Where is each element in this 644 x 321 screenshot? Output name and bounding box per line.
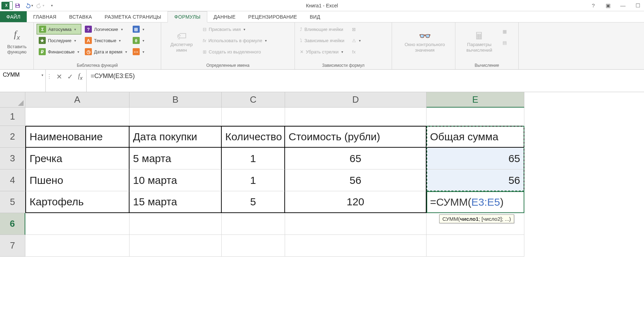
cell[interactable]: 56 [427,169,524,191]
define-name-button[interactable]: ⊟Присвоить имя▾ [201,24,269,34]
cell[interactable] [285,235,427,257]
cell[interactable]: 5 марта [130,148,222,169]
create-from-selection-button[interactable]: ⊞Создать из выделенного [201,46,269,57]
cell[interactable]: 10 марта [130,169,222,191]
cell[interactable]: 1 [222,148,285,169]
logical-button[interactable]: ?Логические▾ [83,24,129,34]
insert-function-button[interactable]: fx Вставить функцию [3,24,31,59]
select-all-corner[interactable] [0,92,25,108]
sigma-icon: Σ [39,26,46,33]
row-header-2[interactable]: 2 [0,126,25,148]
tab-formulas[interactable]: ФОРМУЛЫ [168,11,207,23]
insert-function-small-button[interactable]: fx [78,71,83,81]
col-header-B[interactable]: B [130,92,222,108]
title-bar: X ▾ ▾ ▾ Книга1 - Excel ? ▣ — ☐ [0,0,644,11]
cell[interactable] [285,213,427,235]
row-header-7[interactable]: 7 [0,235,25,257]
tab-home[interactable]: ГЛАВНАЯ [27,11,63,22]
ribbon-display-button[interactable]: ▣ [604,1,612,10]
tab-review[interactable]: РЕЦЕНЗИРОВАНИЕ [242,11,303,22]
col-header-E[interactable]: E [427,92,524,108]
tab-file[interactable]: ФАЙЛ [0,11,27,22]
cell[interactable]: Гречка [25,148,130,169]
cell[interactable] [222,213,285,235]
col-header-D[interactable]: D [285,92,427,108]
row-header-3[interactable]: 3 [0,148,25,169]
error-checking-button[interactable]: ⚠▾ [350,35,363,46]
col-header-A[interactable]: A [25,92,130,108]
autosum-button[interactable]: ΣАвтосумма▾ [37,24,81,34]
col-header-C[interactable]: C [222,92,285,108]
help-button[interactable]: ? [589,1,598,10]
cell[interactable] [427,235,524,257]
tab-page-layout[interactable]: РАЗМЕТКА СТРАНИЦЫ [98,11,168,22]
remove-arrows-icon: ✕ [300,49,304,54]
cell[interactable] [427,108,524,126]
row-header-6[interactable]: 6 [0,213,25,235]
cell[interactable]: 120 [285,191,427,213]
date-time-button[interactable]: ◷Дата и время▾ [83,46,129,57]
calc-options-button[interactable]: 🖩 Параметры вычислений [458,24,500,59]
row-header-4[interactable]: 4 [0,169,25,191]
cell[interactable] [285,108,427,126]
more-functions-button[interactable]: ⋯▾ [131,46,146,57]
use-in-formula-button[interactable]: fxИспользовать в формуле▾ [201,35,269,46]
qat-save-button[interactable] [13,1,23,11]
trace-precedents-button[interactable]: ⤴Влияющие ячейки [298,24,346,34]
cell[interactable]: 65 [427,148,524,169]
cell[interactable] [25,213,130,235]
name-manager-button[interactable]: 🏷 Диспетчер имен [164,24,199,59]
question-icon: ? [85,26,92,33]
evaluate-icon: fx [352,49,355,54]
money-icon: ₽ [39,48,46,55]
cell[interactable]: Количество [222,126,285,148]
cell[interactable]: 65 [285,148,427,169]
qat-redo-button[interactable]: ▾ [35,1,45,11]
cell[interactable] [130,213,222,235]
cell[interactable]: Наименование [25,126,130,148]
tab-insert[interactable]: ВСТАВКА [63,11,98,22]
maximize-button[interactable]: ☐ [633,1,642,10]
name-box[interactable]: СУММ ▾ [0,70,46,92]
qat-customize-button[interactable]: ▾ [46,1,56,11]
precedents-icon: ⤴ [300,27,302,32]
cell[interactable]: Общая сумма [427,126,524,148]
financial-button[interactable]: ₽Финансовые▾ [37,46,81,57]
text-button[interactable]: AТекстовые▾ [83,35,129,46]
lookup-ref-button[interactable]: ⊞▾ [131,24,146,34]
accept-formula-button[interactable]: ✓ [67,71,73,81]
show-formulas-button[interactable]: ⊠ [350,24,363,34]
cell[interactable]: Стоимость (рубли) [285,126,427,148]
row-header-5[interactable]: 5 [0,191,25,213]
trace-dependents-button[interactable]: ⤵Зависимые ячейки [298,35,346,46]
recent-functions-button[interactable]: ★Последние▾ [37,35,81,46]
formula-input[interactable]: =СУММ(E3:E5) [87,70,644,92]
cell[interactable]: 600 [427,191,524,213]
cell[interactable]: 5 [222,191,285,213]
cancel-formula-button[interactable]: ✕ [56,71,62,81]
cell[interactable] [130,235,222,257]
cell[interactable] [25,108,130,126]
cell[interactable]: Пшено [25,169,130,191]
math-trig-button[interactable]: θ▾ [131,35,146,46]
cell[interactable] [25,235,130,257]
row-header-1[interactable]: 1 [0,108,25,126]
remove-arrows-button[interactable]: ✕Убрать стрелки▾ [298,46,346,57]
cell[interactable]: 1 [222,169,285,191]
dropdown-icon[interactable]: ▾ [42,73,43,77]
cell[interactable]: 15 марта [130,191,222,213]
evaluate-formula-button[interactable]: fx [350,46,363,57]
cell[interactable]: Картофель [25,191,130,213]
tab-data[interactable]: ДАННЫЕ [207,11,242,22]
cell[interactable] [222,108,285,126]
cell[interactable] [222,235,285,257]
calc-sheet-button[interactable]: ▤ [500,37,509,48]
tab-view[interactable]: ВИД [303,11,327,22]
calc-now-button[interactable]: ▦ [500,26,509,37]
cell[interactable]: Дата покупки [130,126,222,148]
minimize-button[interactable]: — [619,1,627,10]
qat-undo-button[interactable]: ▾ [24,1,34,11]
watch-window-button[interactable]: 👓 Окно контрольного значения [395,24,455,59]
cell[interactable]: 56 [285,169,427,191]
cell[interactable] [130,108,222,126]
